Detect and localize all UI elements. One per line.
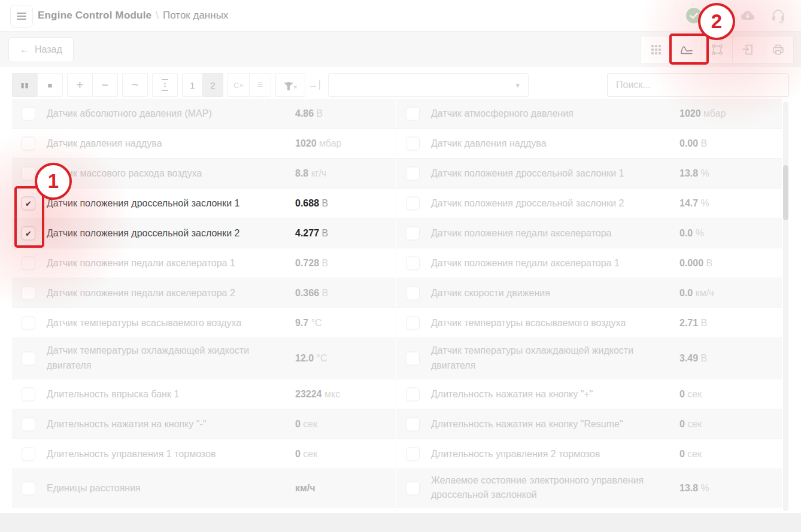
stream-item: ✔Датчик положения дроссельной заслонки 1…: [12, 189, 395, 218]
filter-clear-button[interactable]: ×: [275, 73, 305, 97]
stream-item: Длительность управления 2 тормозов0 сек: [395, 439, 782, 469]
param-value: 0.366 В: [295, 288, 328, 299]
back-button[interactable]: ← Назад: [8, 37, 74, 62]
headset-icon[interactable]: [771, 8, 785, 23]
stop-icon: ■: [48, 81, 53, 90]
row-checkbox[interactable]: [406, 352, 420, 366]
table-row: Датчик температуры охлаждающей жидкости …: [12, 338, 782, 379]
stream-item: Датчик скорости движения0.0 км/ч: [395, 278, 782, 308]
table-row: Длительность нажатия на кнопку "-"0 секД…: [12, 409, 782, 439]
table-row: Заданное значение оборотов холостого: [12, 507, 782, 513]
param-value: 4.277 В: [295, 228, 328, 239]
stream-item: Датчик температуры охлаждающей жидкости …: [395, 338, 782, 379]
selection-frame-icon: [710, 42, 724, 57]
param-label: Датчик температуры всасываемого воздуха: [431, 315, 626, 330]
skip-to-end-button[interactable]: →: [305, 73, 323, 97]
param-value: 12.0 °C: [295, 353, 327, 364]
row-checkbox[interactable]: ✔: [22, 196, 35, 210]
stream-item: Датчик температуры охлаждающей жидкости …: [12, 338, 395, 379]
row-checkbox[interactable]: [22, 352, 35, 366]
stream-item: Датчик давления наддува0.00 В: [395, 129, 782, 158]
subheader: ← Назад: [0, 32, 801, 67]
row-checkbox[interactable]: [406, 136, 420, 150]
param-label: Датчик давления наддува: [431, 136, 547, 151]
frame-view-button[interactable]: [702, 36, 733, 63]
group-select[interactable]: ▾: [328, 73, 529, 97]
param-label: Датчик положения педали акселератора 1: [47, 256, 235, 270]
app-window: Engine Control Module \ Поток данных 12: [0, 0, 801, 532]
param-label: Датчик атмосферного давления: [431, 106, 574, 121]
row-checkbox[interactable]: [22, 481, 35, 495]
columns-2-button[interactable]: 2: [202, 73, 223, 97]
param-label: Единицы расстояния: [47, 481, 141, 495]
stream-item: Датчик температуры всасываемого воздуха2…: [395, 308, 782, 338]
row-checkbox[interactable]: [22, 107, 35, 120]
param-label: Датчик положения педали акселератора: [431, 226, 612, 241]
param-label: Датчик температуры всасываемого воздуха: [47, 315, 241, 330]
row-checkbox[interactable]: [22, 166, 35, 180]
row-checkbox[interactable]: [22, 447, 35, 461]
stream-item: Длительность нажатия на кнопку "Resume"0…: [395, 409, 782, 439]
row-checkbox[interactable]: [22, 256, 35, 270]
columns-1-button[interactable]: 1: [182, 73, 203, 97]
row-checkbox[interactable]: [406, 226, 420, 240]
zoom-in-button[interactable]: +: [67, 73, 93, 97]
param-label: Длительность нажатия на кнопку "-": [47, 417, 206, 431]
zoom-out-button[interactable]: −: [92, 73, 118, 97]
grid-icon: [650, 43, 663, 56]
stop-button[interactable]: ■: [37, 73, 63, 97]
chart-view-button[interactable]: [671, 36, 702, 63]
row-checkbox[interactable]: [406, 166, 420, 180]
param-value: 1020 мбар: [295, 138, 341, 149]
param-value: 0 сек: [679, 389, 702, 400]
row-checkbox[interactable]: [406, 316, 420, 330]
scrollbar-thumb[interactable]: [783, 165, 788, 220]
search-input[interactable]: [607, 73, 789, 97]
param-label: Длительность впрыска банк 1: [47, 387, 179, 402]
filter-x-glyph: ×: [294, 84, 298, 90]
stream-item: Датчик положения дроссельной заслонки 21…: [395, 189, 782, 218]
fit-height-button[interactable]: ↕: [152, 73, 178, 97]
back-button-label: Назад: [35, 44, 62, 55]
row-checkbox[interactable]: [22, 316, 35, 330]
bottom-strip: [0, 513, 801, 532]
param-value: 13.8 %: [679, 483, 709, 494]
param-label: Датчик температуры охлаждающей жидкости …: [47, 343, 274, 373]
row-checkbox[interactable]: [22, 136, 35, 150]
row-checkbox[interactable]: [22, 286, 35, 300]
smooth-button[interactable]: ~: [122, 73, 148, 97]
pause-button[interactable]: ▮▮: [12, 73, 38, 97]
param-value: 0.0 %: [679, 228, 704, 239]
stream-item: Длительность нажатия на кнопку "+"0 сек: [395, 379, 782, 409]
row-checkbox[interactable]: [406, 256, 420, 270]
row-checkbox[interactable]: [406, 196, 420, 210]
row-checkbox[interactable]: [406, 417, 420, 431]
row-checkbox[interactable]: [22, 417, 35, 431]
param-value: 9.7 °C: [295, 318, 322, 329]
breadcrumb-page: Поток данных: [163, 10, 228, 22]
list-button[interactable]: ≡: [249, 73, 271, 97]
row-checkbox[interactable]: [406, 387, 420, 401]
breadcrumb-module: Engine Control Module: [38, 10, 151, 22]
stream-item: Датчик положения педали акселератора0.0 …: [395, 218, 782, 248]
table-row: Датчик абсолютного давления (MAP)4.86 ВД…: [12, 99, 782, 129]
export-button[interactable]: [732, 36, 763, 63]
clear-selection-button[interactable]: C×: [227, 73, 250, 97]
export-icon: [741, 42, 755, 57]
param-label: Датчик массового расхода воздуха: [47, 166, 202, 181]
row-checkbox[interactable]: [406, 481, 420, 495]
grid-view-button[interactable]: [641, 36, 672, 63]
table-row: ✔Датчик положения дроссельной заслонки 2…: [12, 218, 782, 248]
row-checkbox[interactable]: [22, 387, 35, 401]
cloud-download-icon[interactable]: [740, 9, 756, 22]
print-button[interactable]: [763, 36, 794, 63]
row-checkbox[interactable]: [406, 107, 420, 120]
menu-button[interactable]: [10, 5, 33, 28]
scrollbar-track[interactable]: [783, 102, 788, 511]
row-checkbox[interactable]: ✔: [22, 226, 35, 240]
row-checkbox[interactable]: [406, 447, 420, 461]
row-checkbox[interactable]: [406, 286, 420, 300]
param-label: Длительность нажатия на кнопку "Resume": [431, 417, 623, 431]
stream-item: Датчик положения педали акселератора 10.…: [12, 248, 395, 278]
param-label: Датчик скорости движения: [431, 285, 550, 300]
